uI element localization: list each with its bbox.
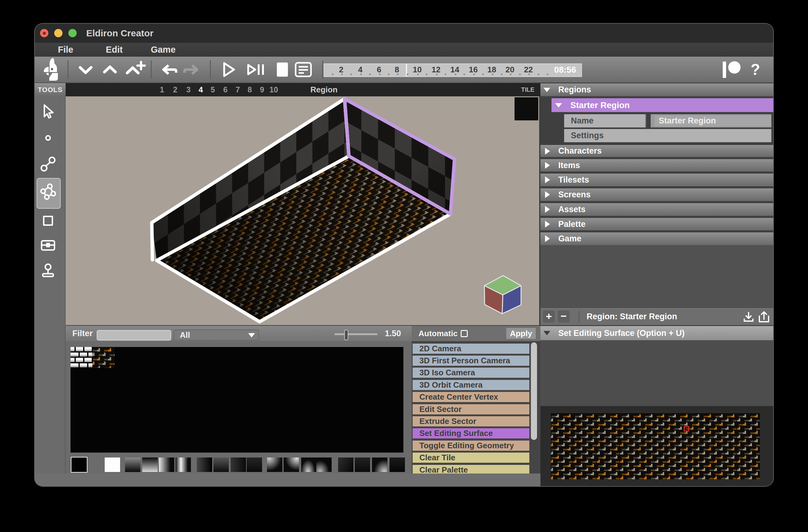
svg-text:08:56: 08:56: [554, 65, 576, 74]
svg-text:2: 2: [339, 65, 343, 74]
svg-text:22: 22: [524, 65, 533, 74]
svg-text:6: 6: [377, 65, 381, 74]
svg-text:18: 18: [488, 65, 496, 74]
svg-text:14: 14: [451, 65, 459, 74]
svg-text:16: 16: [469, 65, 478, 74]
svg-text:20: 20: [506, 65, 515, 74]
svg-text:12: 12: [432, 65, 441, 74]
svg-text:10: 10: [413, 65, 422, 74]
svg-text:8: 8: [395, 65, 399, 74]
svg-text:4: 4: [358, 65, 363, 74]
